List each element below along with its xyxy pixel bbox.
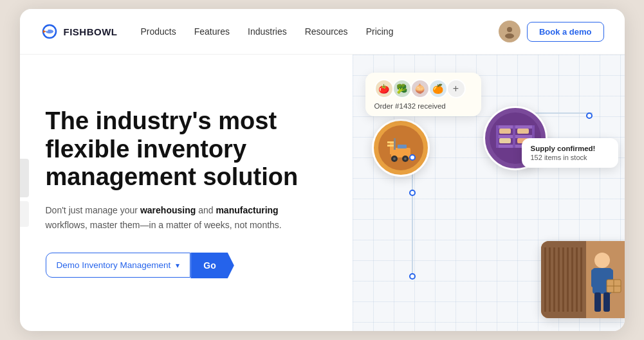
svg-rect-12 [517,129,529,134]
chevron-down-icon: ▾ [176,261,179,270]
food-icon-2: 🥦 [392,79,412,98]
hero-subtext: Don't just manage your warehousing and m… [46,203,290,232]
svg-rect-45 [603,292,610,312]
svg-point-23 [404,157,407,160]
hero-right: 🍅 🥦 🧅 🍊 + Order #1432 received Supply co… [353,55,625,331]
main-content: The industry's most flexible inventory m… [20,55,625,331]
bold-warehousing: warehousing [140,205,196,215]
nav-link-features[interactable]: Features [194,26,230,37]
supply-subtitle: 152 items in stock [531,154,609,161]
nav-links: Products Features Industries Resources P… [141,26,499,37]
svg-rect-8 [496,125,499,148]
fishbowl-logo-icon [41,22,59,40]
logo: FISHBOWL [41,22,118,40]
hero-left: The industry's most flexible inventory m… [20,55,353,331]
cta-dropdown[interactable]: Demo Inventory Management ▾ [46,253,191,278]
nav-link-industries[interactable]: Industries [248,26,287,37]
svg-point-1 [46,30,48,31]
svg-rect-24 [394,138,396,150]
logo-text: FISHBOWL [64,26,118,37]
svg-rect-36 [580,247,582,312]
svg-rect-32 [562,247,564,312]
svg-rect-13 [499,138,511,143]
supply-title: Supply confirmed! [531,145,609,152]
connector-dot-1 [409,154,416,161]
order-card: 🍅 🥦 🧅 🍊 + Order #1432 received [365,73,481,116]
supply-card: Supply confirmed! 152 items in stock [522,138,618,168]
order-icons-row: 🍅 🥦 🧅 🍊 + [374,79,472,98]
nav-link-products[interactable]: Products [141,26,176,37]
navbar: FISHBOWL Products Features Industries Re… [20,9,625,55]
nav-link-pricing[interactable]: Pricing [366,26,394,37]
svg-point-2 [507,27,512,32]
connector-line-v2 [412,190,413,273]
svg-rect-34 [571,247,573,312]
forklift-image [372,119,430,177]
connector-dot-2 [409,190,416,196]
svg-rect-28 [544,247,546,312]
connector-dot-4 [586,112,593,119]
book-demo-button[interactable]: Book a demo [527,22,604,42]
food-icon-1: 🍅 [374,79,394,98]
svg-rect-11 [499,129,511,134]
svg-rect-39 [591,269,599,287]
svg-rect-33 [567,247,569,312]
connector-dot-3 [409,273,416,280]
avatar [499,21,520,42]
svg-rect-35 [576,247,578,312]
svg-point-37 [594,253,610,268]
svg-rect-44 [594,292,601,312]
svg-point-22 [393,157,396,160]
order-label: Order #1432 received [374,102,472,110]
delivery-image [541,241,625,318]
svg-rect-31 [558,247,560,312]
svg-rect-10 [513,125,515,148]
bold-manufacturing: manufacturing [216,205,278,215]
cta-dropdown-text: Demo Inventory Management [57,260,171,270]
svg-rect-30 [553,247,555,312]
cta-row: Demo Inventory Management ▾ Go [46,253,332,278]
svg-point-3 [505,33,514,39]
nav-link-resources[interactable]: Resources [305,26,348,37]
cta-go-button[interactable]: Go [190,253,234,278]
svg-rect-29 [549,247,551,312]
food-icon-4: 🍊 [428,79,448,98]
more-items-button: + [446,79,466,98]
svg-rect-25 [398,145,407,148]
hero-headline: The industry's most flexible inventory m… [46,107,303,192]
main-container: FISHBOWL Products Features Industries Re… [20,9,625,331]
food-icon-3: 🧅 [410,79,430,98]
nav-right: Book a demo [499,21,604,42]
